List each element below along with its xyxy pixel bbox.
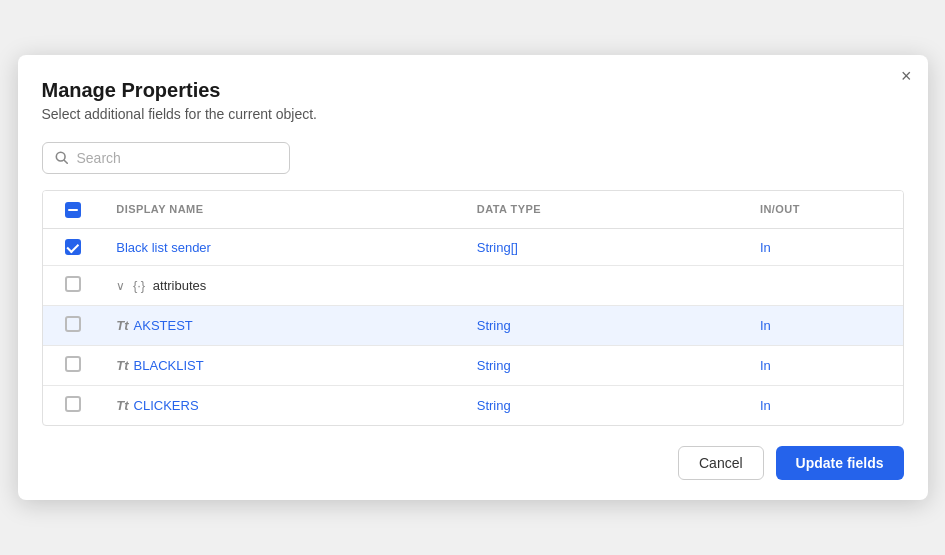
cancel-button[interactable]: Cancel: [678, 446, 764, 480]
update-fields-button[interactable]: Update fields: [776, 446, 904, 480]
select-all-header[interactable]: [43, 191, 105, 229]
in-out-value: In: [760, 358, 771, 373]
properties-table: DISPLAY NAME DATA TYPE IN/OUT Black list…: [43, 191, 903, 426]
dialog-footer: Cancel Update fields: [42, 446, 904, 480]
row-in-out-cell: In: [748, 346, 903, 386]
table-row: Tt AKSTEST String In: [43, 306, 903, 346]
row-checkbox[interactable]: [65, 239, 81, 255]
row-data-type-cell: String: [465, 386, 748, 426]
table-row: Tt BLACKLIST String In: [43, 346, 903, 386]
tt-icon: Tt: [116, 318, 128, 333]
row-in-out-cell: In: [748, 228, 903, 266]
row-display-name-cell: Black list sender: [104, 228, 464, 266]
row-in-out-cell: [748, 266, 903, 306]
in-out-value: In: [760, 398, 771, 413]
row-data-type-cell: String[]: [465, 228, 748, 266]
row-checkbox[interactable]: [65, 396, 81, 412]
data-type-value: String: [477, 358, 511, 373]
row-checkbox[interactable]: [65, 316, 81, 332]
data-type-header: DATA TYPE: [465, 191, 748, 229]
data-type-value: String: [477, 318, 511, 333]
data-type-value: String: [477, 398, 511, 413]
type-icon: Tt AKSTEST: [116, 318, 193, 333]
expand-icon[interactable]: ∨: [116, 279, 125, 293]
dialog-title: Manage Properties: [42, 79, 904, 102]
data-type-value: String[]: [477, 240, 518, 255]
table-row: Black list sender String[] In: [43, 228, 903, 266]
row-data-type-cell: String: [465, 346, 748, 386]
row-in-out-cell: In: [748, 306, 903, 346]
close-button[interactable]: ×: [901, 67, 912, 85]
display-name-link[interactable]: CLICKERS: [134, 398, 199, 413]
tt-icon: Tt: [116, 358, 128, 373]
row-checkbox[interactable]: [65, 276, 81, 292]
display-name-link[interactable]: BLACKLIST: [134, 358, 204, 373]
search-box: [42, 142, 290, 174]
table-scroll[interactable]: DISPLAY NAME DATA TYPE IN/OUT Black list…: [43, 191, 903, 426]
row-data-type-cell: String: [465, 306, 748, 346]
row-display-name-cell: Tt BLACKLIST: [104, 346, 464, 386]
row-checkbox[interactable]: [65, 356, 81, 372]
search-icon: [55, 151, 69, 165]
row-group-name-cell: ∨ {·} attributes: [104, 266, 464, 306]
table-header-row: DISPLAY NAME DATA TYPE IN/OUT: [43, 191, 903, 229]
tt-icon: Tt: [116, 398, 128, 413]
in-out-value: In: [760, 240, 771, 255]
brace-icon: {·}: [133, 278, 145, 293]
display-name-link[interactable]: AKSTEST: [134, 318, 193, 333]
row-select-cell[interactable]: [43, 386, 105, 426]
search-input[interactable]: [77, 150, 277, 166]
row-select-cell[interactable]: [43, 228, 105, 266]
table-row-group: ∨ {·} attributes: [43, 266, 903, 306]
group-name-label: attributes: [153, 278, 206, 293]
select-all-checkbox[interactable]: [65, 202, 81, 218]
row-display-name-cell: Tt CLICKERS: [104, 386, 464, 426]
row-select-cell[interactable]: [43, 306, 105, 346]
row-select-cell[interactable]: [43, 346, 105, 386]
row-select-cell[interactable]: [43, 266, 105, 306]
dialog-subtitle: Select additional fields for the current…: [42, 106, 904, 122]
manage-properties-dialog: × Manage Properties Select additional fi…: [18, 55, 928, 501]
search-wrapper: [42, 142, 904, 174]
type-icon: Tt CLICKERS: [116, 398, 198, 413]
svg-line-1: [64, 160, 67, 163]
display-name-link[interactable]: Black list sender: [116, 240, 211, 255]
row-in-out-cell: In: [748, 386, 903, 426]
row-display-name-cell: Tt AKSTEST: [104, 306, 464, 346]
type-icon: Tt BLACKLIST: [116, 358, 203, 373]
in-out-value: In: [760, 318, 771, 333]
properties-table-wrapper: DISPLAY NAME DATA TYPE IN/OUT Black list…: [42, 190, 904, 427]
in-out-header: IN/OUT: [748, 191, 903, 229]
table-row: Tt CLICKERS String In: [43, 386, 903, 426]
display-name-header: DISPLAY NAME: [104, 191, 464, 229]
row-data-type-cell: [465, 266, 748, 306]
